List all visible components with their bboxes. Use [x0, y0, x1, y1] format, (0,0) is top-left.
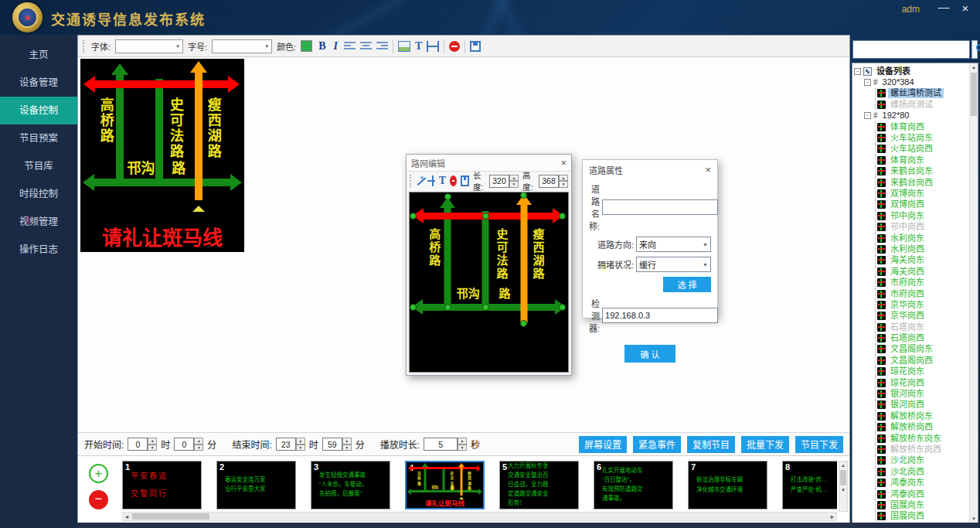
insert-text-icon[interactable]: T — [415, 40, 422, 53]
close-icon[interactable]: × — [560, 157, 567, 169]
size-select[interactable]: ▼ — [212, 39, 272, 53]
add-frame-button[interactable]: + — [89, 464, 108, 483]
spin-down-icon[interactable]: ▼ — [458, 445, 467, 451]
device-item[interactable]: 海关岗西 — [854, 266, 978, 277]
spin-down-icon[interactable]: ▼ — [148, 445, 157, 451]
spin-up-icon[interactable]: ▲ — [194, 438, 203, 445]
sidebar-item[interactable]: 节目预案 — [0, 124, 77, 152]
search-input[interactable] — [852, 40, 970, 59]
device-item[interactable]: 火车站岗西 — [854, 144, 978, 155]
emergency-event-button[interactable]: 紧急事件 — [633, 436, 681, 453]
color-swatch[interactable] — [301, 40, 312, 52]
dialog-titlebar[interactable]: 路网编辑 × — [407, 155, 571, 172]
align-left-icon[interactable] — [344, 42, 356, 51]
node-handle[interactable] — [482, 213, 489, 220]
device-item[interactable]: 文昌阁岗西 — [854, 355, 978, 366]
node-handle[interactable] — [559, 213, 566, 220]
insert-text-icon[interactable]: T — [439, 175, 446, 187]
device-item[interactable]: 鸿泰岗东 — [854, 477, 978, 488]
delete-icon[interactable] — [449, 41, 460, 52]
scroll-down-icon[interactable]: ▼ — [839, 486, 847, 494]
node-handle[interactable] — [410, 304, 417, 311]
road-width-icon[interactable] — [427, 41, 439, 52]
spin-up-icon[interactable]: ▲ — [296, 438, 305, 445]
device-item[interactable]: 银河岗东 — [854, 388, 978, 399]
current-user[interactable]: adm — [902, 4, 920, 15]
device-item[interactable]: 邗中岗西 — [854, 221, 978, 232]
confirm-button[interactable]: 确 认 — [624, 345, 675, 363]
device-tree-root[interactable]: -设备列表 — [854, 66, 978, 77]
device-item[interactable]: 海关岗东 — [854, 255, 978, 266]
device-item[interactable]: 解放桥岗西 — [854, 422, 978, 433]
frame-thumbnail[interactable]: 5大力开展秋冬季交通安全整治百日会战，全力稳定道路交通安全形势！ — [499, 461, 579, 509]
device-item[interactable]: 京华岗东 — [854, 299, 978, 310]
end-min-input[interactable] — [322, 438, 342, 451]
delete-icon[interactable] — [450, 175, 457, 186]
roadnet-diagram[interactable]: 高桥路史可法路瘦西湖路邗沟路 — [410, 192, 568, 372]
scroll-up-icon[interactable]: ▲ — [839, 462, 847, 469]
font-select[interactable]: ▼ — [115, 39, 183, 53]
close-icon[interactable]: × — [705, 164, 711, 178]
align-center-icon[interactable] — [360, 42, 372, 51]
frame-thumbnail[interactable]: 3发生轻微交通事故“人未伤，车能动，先拍照，后撤离” — [311, 461, 390, 509]
device-item[interactable]: 来鹤台岗东 — [854, 166, 978, 177]
node-handle[interactable] — [444, 304, 451, 311]
bold-button[interactable]: B — [317, 40, 327, 53]
scrollbar-thumb[interactable] — [132, 513, 209, 519]
program-send-button[interactable]: 节目下发 — [795, 436, 843, 453]
scroll-right-icon[interactable]: ► — [829, 513, 836, 520]
scroll-up-icon[interactable]: ▲ — [970, 63, 978, 72]
spin-up-icon[interactable]: ▲ — [458, 438, 467, 445]
height-input[interactable] — [539, 175, 559, 188]
sidebar-item[interactable]: 设备管理 — [0, 69, 77, 97]
playlist-vertical-scrollbar[interactable]: ▲ ▼ — [839, 461, 848, 512]
device-group[interactable]: -#192*80 — [854, 111, 978, 121]
collapse-icon[interactable]: - — [864, 79, 871, 86]
dialog-titlebar[interactable]: 道路属性 × — [589, 164, 711, 178]
save-icon[interactable] — [470, 41, 481, 52]
node-handle[interactable] — [520, 320, 527, 327]
device-item[interactable]: 国展岗西 — [854, 511, 978, 522]
spin-up-icon[interactable]: ▲ — [148, 438, 157, 445]
spin-down-icon[interactable]: ▼ — [194, 445, 203, 451]
device-item[interactable]: 石塔岗东 — [854, 322, 978, 332]
spin-down-icon[interactable]: ▼ — [509, 181, 519, 188]
close-button[interactable]: × — [957, 2, 974, 15]
device-item[interactable]: 文昌阁岗东 — [854, 344, 978, 355]
frame-thumbnail[interactable]: 7依法治理非标车辆净化城市交通环境 — [688, 461, 767, 509]
minimize-button[interactable]: — — [935, 0, 952, 13]
frame-thumbnail[interactable]: 2春运安全连万家出行平安靠大家 — [216, 461, 296, 509]
length-input[interactable] — [489, 175, 509, 188]
device-item[interactable]: 解放桥岗东 — [854, 410, 978, 421]
batch-send-button[interactable]: 批量下发 — [741, 436, 789, 453]
sidebar-item[interactable]: 主页 — [0, 41, 77, 69]
device-item[interactable]: 来鹤台岗西 — [854, 177, 978, 188]
device-group[interactable]: -#320*384 — [854, 77, 978, 87]
device-item[interactable]: 市府岗西 — [854, 288, 978, 299]
device-item[interactable]: 琼花岗西 — [854, 377, 978, 388]
insert-image-icon[interactable] — [398, 41, 410, 52]
frame-thumbnail[interactable]: 4高桥路史可法路瘦西湖路邗沟路请礼让斑马线 — [405, 461, 485, 509]
device-item[interactable]: 沙北岗东 — [854, 455, 978, 466]
frame-thumbnail[interactable]: 8打击改装“炸…严查严处“机… — [782, 461, 837, 509]
device-item[interactable]: 火车站岗东 — [854, 132, 978, 143]
device-item[interactable]: 水利岗西 — [854, 244, 978, 254]
road-direction-select[interactable]: 来向 ▼ — [636, 237, 711, 252]
sidebar-item[interactable]: 视频管理 — [0, 208, 77, 236]
device-item[interactable]: 水利岗东 — [854, 233, 978, 244]
device-item[interactable]: 体育岗东 — [854, 155, 978, 165]
road-name-input[interactable] — [602, 199, 718, 215]
copy-program-button[interactable]: 复制节目 — [687, 436, 735, 453]
node-handle[interactable] — [410, 213, 417, 220]
end-hour-input[interactable] — [276, 438, 296, 451]
spin-down-icon[interactable]: ▼ — [342, 445, 352, 451]
device-item[interactable]: 石塔岗西 — [854, 332, 978, 343]
italic-button[interactable]: I — [332, 40, 339, 53]
edit-canvas[interactable]: 高桥路史可法路瘦西湖路邗沟路请礼让斑马线 路网编辑 × T 长度: — [78, 57, 849, 432]
spin-down-icon[interactable]: ▼ — [559, 181, 568, 188]
roadnet-canvas[interactable]: 高桥路史可法路瘦西湖路邗沟路 — [409, 192, 569, 373]
start-hour-input[interactable] — [128, 438, 148, 451]
led-sign-preview[interactable]: 高桥路史可法路瘦西湖路邗沟路请礼让斑马线 — [80, 59, 244, 252]
remove-frame-button[interactable]: − — [89, 490, 108, 509]
detector-input[interactable] — [602, 308, 718, 323]
